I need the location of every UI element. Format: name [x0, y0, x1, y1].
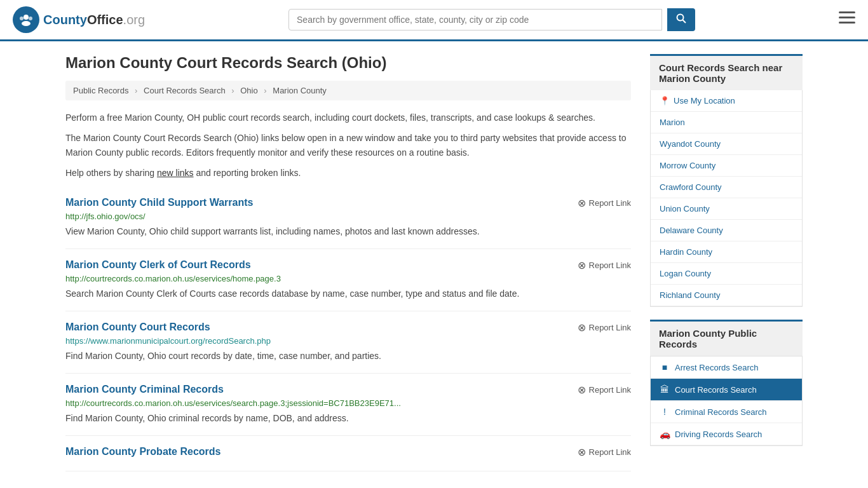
result-title-2[interactable]: Marion County Clerk of Court Records — [65, 259, 251, 271]
svg-line-6 — [683, 20, 686, 24]
svg-rect-7 — [839, 11, 855, 13]
sidebar-link-marion[interactable]: Marion — [651, 112, 802, 133]
svg-point-1 — [24, 15, 29, 20]
logo[interactable]: CountyOffice.org — [13, 6, 145, 33]
logo-tld: .org — [123, 13, 145, 27]
search-button[interactable] — [667, 8, 695, 31]
breadcrumb-marion-county[interactable]: Marion County — [273, 86, 327, 95]
menu-button[interactable] — [839, 11, 855, 28]
result-url-2[interactable]: http://courtrecords.co.marion.oh.us/eser… — [65, 274, 631, 283]
logo-icon — [13, 6, 39, 33]
breadcrumb: Public Records › Court Records Search › … — [65, 81, 631, 100]
sidebar-link-delaware[interactable]: Delaware County — [651, 220, 802, 241]
breadcrumb-public-records[interactable]: Public Records — [73, 86, 128, 95]
main-container: Marion County Court Records Search (Ohio… — [53, 41, 815, 484]
sidebar-link-richland[interactable]: Richland County — [651, 285, 802, 306]
svg-rect-8 — [839, 17, 855, 18]
site-header: CountyOffice.org — [0, 0, 868, 41]
report-link-3[interactable]: ⊗ Report Link — [578, 322, 631, 334]
result-desc-4: Find Marion County, Ohio criminal record… — [65, 412, 631, 425]
result-title-4[interactable]: Marion County Criminal Records — [65, 384, 224, 395]
search-area — [288, 8, 695, 31]
result-item: Marion County Probate Records ⊗ Report L… — [65, 436, 631, 471]
svg-rect-9 — [839, 22, 855, 24]
criminal-records-icon: ! — [660, 407, 670, 417]
svg-point-5 — [677, 15, 684, 21]
sidebar-link-morrow[interactable]: Morrow County — [651, 155, 802, 177]
sidebar-criminal-records[interactable]: ! Criminal Records Search — [651, 401, 802, 423]
new-links-link[interactable]: new links — [157, 168, 194, 178]
sidebar-driving-records[interactable]: 🚗 Driving Records Search — [651, 423, 802, 445]
result-item: Marion County Court Records ⊗ Report Lin… — [65, 311, 631, 374]
sidebar-pr-links: ■ Arrest Records Search 🏛 Court Records … — [650, 356, 803, 446]
result-url-1[interactable]: http://jfs.ohio.gov/ocs/ — [65, 212, 631, 221]
logo-text: CountyOffice.org — [43, 13, 145, 27]
svg-point-4 — [29, 17, 32, 20]
result-desc-1: View Marion County, Ohio child support w… — [65, 225, 631, 238]
result-item: Marion County Child Support Warrants ⊗ R… — [65, 187, 631, 249]
sidebar: Court Records Search near Marion County … — [650, 54, 803, 471]
result-item: Marion County Clerk of Court Records ⊗ R… — [65, 249, 631, 311]
description-2: The Marion County Court Records Search (… — [65, 131, 631, 159]
report-link-4[interactable]: ⊗ Report Link — [578, 384, 631, 396]
result-item: Marion County Criminal Records ⊗ Report … — [65, 374, 631, 436]
sidebar-link-wyandot[interactable]: Wyandot County — [651, 133, 802, 155]
report-icon-3: ⊗ — [578, 322, 586, 334]
result-title-1[interactable]: Marion County Child Support Warrants — [65, 197, 253, 208]
court-records-icon: 🏛 — [660, 384, 670, 395]
content-area: Marion County Court Records Search (Ohio… — [65, 54, 631, 471]
result-title-5[interactable]: Marion County Probate Records — [65, 446, 220, 458]
report-icon-2: ⊗ — [578, 259, 586, 271]
search-input[interactable] — [288, 9, 662, 30]
sidebar-link-logan[interactable]: Logan County — [651, 263, 802, 285]
svg-point-3 — [20, 17, 24, 20]
location-pin-icon: 📍 — [660, 96, 670, 105]
sidebar-use-location[interactable]: 📍 Use My Location — [651, 90, 802, 112]
sidebar-link-crawford[interactable]: Crawford County — [651, 177, 802, 198]
svg-point-2 — [22, 21, 31, 26]
result-desc-2: Search Marion County Clerk of Courts cas… — [65, 287, 631, 301]
sidebar-pr-title: Marion County Public Records — [650, 320, 803, 356]
description-1: Perform a free Marion County, OH public … — [65, 111, 631, 125]
sidebar-link-union[interactable]: Union County — [651, 198, 802, 220]
arrest-records-icon: ■ — [660, 362, 670, 372]
result-desc-3: Find Marion County, Ohio court records b… — [65, 349, 631, 363]
report-icon-5: ⊗ — [578, 446, 586, 458]
breadcrumb-court-records-search[interactable]: Court Records Search — [144, 86, 226, 95]
logo-county: County — [43, 13, 87, 27]
report-icon-1: ⊗ — [578, 197, 586, 209]
description-3: Help others by sharing new links and rep… — [65, 166, 631, 180]
driving-records-icon: 🚗 — [660, 429, 670, 439]
report-link-5[interactable]: ⊗ Report Link — [578, 446, 631, 458]
report-link-2[interactable]: ⊗ Report Link — [578, 259, 631, 271]
result-url-4[interactable]: http://courtrecords.co.marion.oh.us/eser… — [65, 398, 631, 408]
sidebar-nearby-links: 📍 Use My Location Marion Wyandot County … — [650, 90, 803, 307]
sidebar-arrest-records[interactable]: ■ Arrest Records Search — [651, 356, 802, 379]
report-icon-4: ⊗ — [578, 384, 586, 396]
breadcrumb-ohio[interactable]: Ohio — [240, 86, 257, 95]
page-title: Marion County Court Records Search (Ohio… — [65, 54, 631, 72]
result-url-3[interactable]: https://www.marionmunicipalcourt.org/rec… — [65, 336, 631, 346]
results-list: Marion County Child Support Warrants ⊗ R… — [65, 187, 631, 471]
sidebar-link-hardin[interactable]: Hardin County — [651, 241, 802, 263]
sidebar-nearby-title: Court Records Search near Marion County — [650, 54, 803, 90]
result-title-3[interactable]: Marion County Court Records — [65, 322, 210, 333]
report-link-1[interactable]: ⊗ Report Link — [578, 197, 631, 209]
sidebar-court-records[interactable]: 🏛 Court Records Search — [651, 379, 802, 401]
